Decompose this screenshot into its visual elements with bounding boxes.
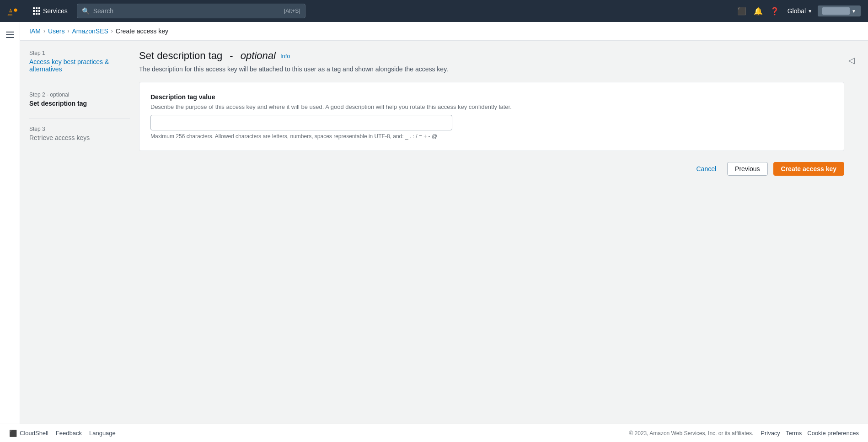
help-icon: ❓: [770, 7, 779, 16]
hamburger-button[interactable]: [3, 27, 17, 42]
search-shortcut: [Alt+S]: [284, 8, 300, 14]
feedback-link[interactable]: Feedback: [56, 430, 82, 437]
info-link[interactable]: Info: [280, 53, 290, 59]
privacy-link[interactable]: Privacy: [761, 430, 780, 437]
terminal-icon: ⬛: [737, 7, 746, 16]
step-3-label: Step 3: [29, 126, 130, 132]
footer: ⬛ CloudShell Feedback Language © 2023, A…: [0, 424, 868, 442]
svg-text:aws: aws: [8, 13, 13, 16]
top-nav: aws Services 🔍 [Alt+S] ⬛ 🔔 ❓ Global ▼: [0, 0, 868, 22]
form-field-label: Description tag value: [150, 93, 833, 101]
cookie-link[interactable]: Cookie preferences: [807, 430, 859, 437]
global-selector[interactable]: Global ▼: [784, 5, 816, 16]
step-2-divider: [29, 118, 130, 119]
hamburger-line-2: [6, 34, 14, 35]
bell-icon-btn[interactable]: 🔔: [751, 4, 766, 18]
step-3-title: Retrieve access keys: [29, 134, 130, 141]
services-label: Services: [43, 7, 68, 15]
main-layout: IAM › Users › AmazonSES › Create access …: [0, 22, 868, 424]
breadcrumb-iam[interactable]: IAM: [29, 27, 41, 35]
services-menu[interactable]: Services: [29, 5, 71, 16]
breadcrumb-amazon-ses[interactable]: AmazonSES: [72, 27, 108, 35]
breadcrumb: IAM › Users › AmazonSES › Create access …: [20, 22, 868, 41]
step-2-item: Step 2 - optional Set description tag: [29, 92, 130, 107]
footer-right: © 2023, Amazon Web Services, Inc. or its…: [629, 430, 859, 437]
page-description: The description for this access key will…: [139, 65, 844, 73]
previous-button[interactable]: Previous: [727, 162, 767, 176]
actions-row: Cancel Previous Create access key: [139, 162, 844, 185]
panel-toggle-icon[interactable]: ◁: [848, 55, 855, 65]
cancel-button[interactable]: Cancel: [691, 162, 722, 175]
create-access-key-button[interactable]: Create access key: [773, 162, 844, 176]
right-panel: ◁: [844, 50, 859, 415]
help-icon-btn[interactable]: ❓: [767, 4, 782, 18]
step-1-label: Step 1: [29, 50, 130, 56]
chevron-down-icon: ▼: [808, 9, 812, 14]
search-bar[interactable]: 🔍 [Alt+S]: [77, 4, 305, 18]
step-1-item: Step 1 Access key best practices & alter…: [29, 50, 130, 73]
step-2-title: Set description tag: [29, 100, 130, 107]
terminal-icon: ⬛: [9, 430, 17, 437]
terms-link[interactable]: Terms: [786, 430, 802, 437]
breadcrumb-sep-1: ›: [43, 28, 45, 34]
form-field-hint: Describe the purpose of this access key …: [150, 103, 833, 110]
search-icon: 🔍: [82, 7, 90, 15]
breadcrumb-sep-2: ›: [67, 28, 69, 34]
step-1-divider: [29, 84, 130, 84]
page-content: Step 1 Access key best practices & alter…: [20, 41, 868, 424]
step-1-title-link[interactable]: Access key best practices & alternatives: [29, 58, 109, 73]
form-area: Set description tag - optional Info The …: [139, 50, 844, 415]
form-card: Description tag value Describe the purpo…: [139, 82, 844, 151]
global-label: Global: [788, 7, 806, 15]
breadcrumb-users[interactable]: Users: [48, 27, 65, 35]
description-input[interactable]: [150, 115, 452, 130]
page-title-text: Set description tag: [139, 50, 222, 62]
page-title-optional: optional: [241, 50, 276, 62]
grid-icon: [33, 7, 40, 15]
footer-right-links: Privacy Terms Cookie preferences: [761, 430, 859, 437]
bell-icon: 🔔: [754, 7, 763, 16]
breadcrumb-sep-3: ›: [111, 28, 113, 34]
breadcrumb-current: Create access key: [116, 27, 168, 35]
sidebar-toggle: [0, 22, 20, 424]
step-3-item: Step 3 Retrieve access keys: [29, 126, 130, 141]
cloudshell-button[interactable]: ⬛ CloudShell: [9, 430, 48, 437]
hamburger-line-3: [6, 37, 14, 38]
account-menu[interactable]: ▼: [818, 5, 861, 16]
content-area: IAM › Users › AmazonSES › Create access …: [20, 22, 868, 424]
hamburger-line-1: [6, 32, 14, 32]
account-chevron-icon: ▼: [852, 9, 856, 14]
language-link[interactable]: Language: [89, 430, 116, 437]
nav-icons: ⬛ 🔔 ❓ Global ▼ ▼: [734, 4, 861, 18]
step-2-label: Step 2 - optional: [29, 92, 130, 98]
aws-logo: aws: [7, 5, 24, 16]
account-label: [822, 7, 850, 15]
footer-copyright: © 2023, Amazon Web Services, Inc. or its…: [629, 430, 753, 437]
footer-left: ⬛ CloudShell Feedback Language: [9, 430, 116, 437]
form-char-limit: Maximum 256 characters. Allowed characte…: [150, 133, 833, 140]
steps-sidebar: Step 1 Access key best practices & alter…: [29, 50, 139, 415]
terminal-icon-btn[interactable]: ⬛: [734, 4, 749, 18]
page-title: Set description tag - optional Info: [139, 50, 844, 62]
cloudshell-label: CloudShell: [20, 430, 48, 437]
search-input[interactable]: [93, 7, 280, 15]
